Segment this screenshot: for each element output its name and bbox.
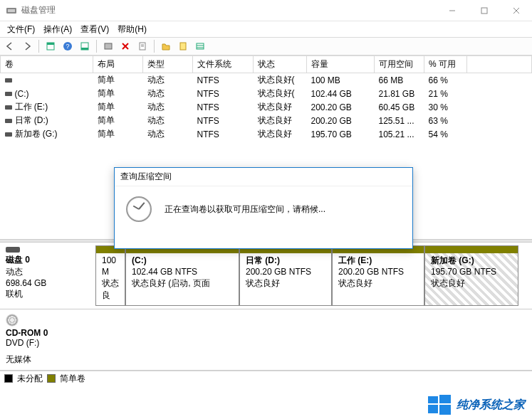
partition-map: 100 M状态良(C:)102.44 GB NTFS状态良好 (启动, 页面ゝ日… [93, 243, 532, 309]
folder-icon[interactable] [159, 39, 173, 53]
disk-row-cdrom: CD-ROM 0 DVD (F:) 无媒体 [0, 309, 532, 371]
table-row[interactable]: 工作 (E:)简单动态NTFS状态良好200.20 GB60.45 GB30 % [1, 100, 532, 114]
col-layout[interactable]: 布局 [93, 56, 143, 73]
volume-icon [5, 132, 12, 137]
minimize-button[interactable] [436, 0, 468, 21]
volume-table: 卷 布局 类型 文件系统 状态 容量 可用空间 % 可用 简单动态NTFS状态良… [0, 55, 532, 141]
svg-rect-19 [197, 43, 204, 49]
disk-type: 动态 [6, 266, 87, 278]
dialog-message: 正在查询卷以获取可用压缩空间，请稍候... [165, 203, 325, 216]
cdrom-partition-map [93, 309, 532, 370]
separator [38, 40, 39, 53]
menu-action[interactable]: 操作(A) [39, 22, 76, 37]
view-top-icon[interactable] [43, 39, 58, 53]
col-pct[interactable]: % 可用 [424, 56, 467, 73]
partition[interactable]: 日常 (D:)200.20 GB NTFS状态良好 [239, 245, 332, 306]
svg-rect-22 [428, 396, 438, 403]
partition[interactable]: (C:)102.44 GB NTFS状态良好 (启动, 页面ゝ [125, 245, 239, 306]
close-button[interactable] [500, 0, 532, 21]
svg-rect-3 [481, 8, 487, 14]
partition[interactable]: 工作 (E:)200.20 GB NTFS状态良好 [332, 245, 424, 306]
graphical-view: 磁盘 0 动态 698.64 GB 联机 100 M状态良(C:)102.44 … [0, 243, 532, 371]
dialog-body: 正在查询卷以获取可用压缩空间，请稍候... [115, 186, 412, 232]
settings-icon[interactable] [101, 39, 115, 53]
partition[interactable]: 100 M状态良 [95, 245, 125, 306]
list-icon[interactable] [193, 39, 207, 53]
legend-simple: 简单卷 [60, 373, 85, 385]
toolbar: ? [0, 37, 532, 55]
delete-icon[interactable] [118, 39, 132, 53]
disk-icon [6, 247, 20, 253]
swatch-simple [47, 374, 56, 383]
window-title: 磁盘管理 [21, 4, 436, 16]
disk-size: 698.64 GB [6, 278, 87, 288]
titlebar: 磁盘管理 [0, 0, 532, 21]
svg-rect-11 [81, 48, 88, 50]
disk-info[interactable]: 磁盘 0 动态 698.64 GB 联机 [0, 243, 93, 309]
volume-icon [5, 92, 12, 96]
watermark-text: 纯净系统之家 [457, 398, 525, 413]
separator [154, 40, 155, 53]
svg-rect-18 [180, 43, 186, 50]
table-row[interactable]: (C:)简单动态NTFS状态良好(102.44 GB21.81 GB21 % [1, 87, 532, 100]
svg-rect-25 [439, 405, 451, 415]
col-volume[interactable]: 卷 [1, 56, 93, 73]
svg-rect-24 [428, 405, 438, 413]
cdrom-state: 无媒体 [6, 354, 87, 366]
disk-row-0: 磁盘 0 动态 698.64 GB 联机 100 M状态良(C:)102.44 … [0, 243, 532, 309]
watermark: 纯净系统之家 [428, 395, 525, 415]
col-type[interactable]: 类型 [143, 56, 193, 73]
cdrom-info[interactable]: CD-ROM 0 DVD (F:) 无媒体 [0, 309, 93, 370]
menu-file[interactable]: 文件(F) [3, 22, 39, 37]
window-controls [436, 0, 532, 21]
dialog-titlebar[interactable]: 查询压缩空间 [115, 168, 412, 186]
menu-help[interactable]: 帮助(H) [113, 22, 151, 37]
separator [96, 40, 97, 53]
col-filesystem[interactable]: 文件系统 [193, 56, 254, 73]
svg-rect-23 [439, 395, 451, 403]
svg-rect-7 [47, 43, 54, 45]
dialog-title: 查询压缩空间 [120, 171, 172, 183]
cdrom-header: CD-ROM 0 [6, 328, 87, 338]
back-button[interactable] [3, 39, 17, 53]
app-icon [6, 5, 17, 16]
legend-unallocated: 未分配 [17, 373, 43, 385]
maximize-button[interactable] [468, 0, 500, 21]
cdrom-sub: DVD (F:) [6, 338, 87, 348]
col-capacity[interactable]: 容量 [307, 56, 375, 73]
volume-icon [5, 105, 12, 110]
table-row[interactable]: 日常 (D:)简单动态NTFS状态良好200.20 GB125.51 ...63… [1, 114, 532, 127]
svg-rect-12 [105, 43, 112, 49]
table-row[interactable]: 新加卷 (G:)简单动态NTFS状态良好195.70 GB105.21 ...5… [1, 127, 532, 141]
svg-text:?: ? [66, 43, 69, 50]
col-spacer [467, 56, 532, 73]
view-bottom-icon[interactable] [78, 39, 92, 53]
forward-button[interactable] [20, 39, 34, 53]
swatch-unallocated [4, 374, 13, 383]
menu-view[interactable]: 查看(V) [76, 22, 113, 37]
partition[interactable]: 新加卷 (G:)195.70 GB NTFS状态良好 [424, 245, 518, 306]
properties-icon[interactable] [135, 39, 150, 53]
col-status[interactable]: 状态 [254, 56, 307, 73]
volume-icon [5, 119, 12, 123]
cdrom-icon [6, 314, 19, 327]
disk-header: 磁盘 0 [6, 254, 87, 266]
table-row[interactable]: 简单动态NTFS状态良好(100 MB66 MB66 % [1, 73, 532, 87]
svg-rect-1 [8, 9, 15, 12]
shrink-query-dialog: 查询压缩空间 正在查询卷以获取可用压缩空间，请稍候... [114, 167, 413, 249]
clock-icon [126, 196, 152, 222]
disk-state: 联机 [6, 288, 87, 300]
legend: 未分配 简单卷 [0, 371, 532, 386]
table-header-row: 卷 布局 类型 文件系统 状态 容量 可用空间 % 可用 [1, 56, 532, 73]
volume-icon [5, 78, 12, 83]
menubar: 文件(F) 操作(A) 查看(V) 帮助(H) [0, 21, 532, 37]
col-free[interactable]: 可用空间 [375, 56, 424, 73]
help-icon[interactable]: ? [61, 39, 75, 53]
watermark-icon [428, 395, 452, 415]
note-icon[interactable] [176, 39, 190, 53]
